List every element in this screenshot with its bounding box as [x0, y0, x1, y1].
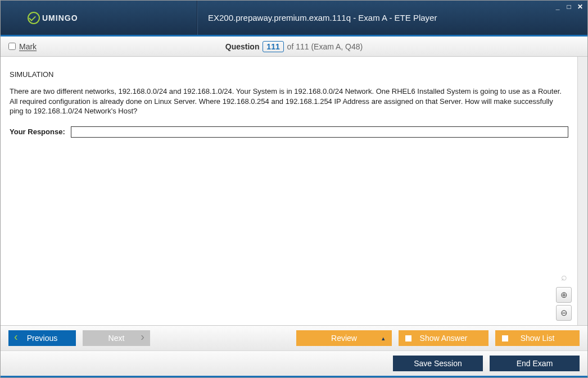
logo-checkmark-icon [28, 12, 40, 24]
save-session-button[interactable]: Save Session [393, 356, 483, 371]
window-controls: _ □ ✕ [554, 3, 584, 11]
response-input[interactable] [71, 126, 568, 138]
footer-accent-bar [1, 376, 587, 377]
response-label: Your Response: [10, 127, 65, 136]
maximize-icon[interactable]: □ [565, 3, 573, 11]
previous-button[interactable]: Previous [8, 330, 76, 346]
content-area: SIMULATION There are two different netwo… [1, 57, 587, 325]
show-list-button[interactable]: Show List [495, 330, 580, 346]
mark-checkbox[interactable] [8, 43, 16, 50]
next-button[interactable]: Next [83, 330, 150, 346]
zoom-controls: ⌕ ⊕ ⊖ [556, 269, 572, 321]
mark-checkbox-label[interactable]: Mark [8, 42, 37, 51]
question-header-bar: Mark Question 111 of 111 (Exam A, Q48) [1, 37, 587, 57]
response-row: Your Response: [10, 126, 568, 138]
zoom-reset-icon[interactable]: ⌕ [556, 269, 572, 285]
mark-text: Mark [19, 42, 37, 51]
show-answer-button[interactable]: Show Answer [399, 330, 489, 346]
question-panel: SIMULATION There are two different netwo… [1, 57, 577, 325]
review-button[interactable]: Review [296, 330, 392, 346]
footer: Previous Next Review Show Answer Show Li… [1, 325, 587, 377]
end-exam-button[interactable]: End Exam [490, 356, 580, 371]
minimize-icon[interactable]: _ [554, 3, 562, 11]
window-title: EX200.prepaway.premium.exam.111q - Exam … [197, 1, 587, 35]
title-bar: UMINGO EX200.prepaway.premium.exam.111q … [1, 1, 587, 37]
simulation-label: SIMULATION [10, 70, 568, 79]
close-icon[interactable]: ✕ [576, 3, 584, 11]
logo-area: UMINGO [1, 1, 197, 35]
logo-text: UMINGO [42, 13, 78, 22]
session-button-row: Save Session End Exam [1, 350, 587, 376]
question-text: There are two different networks, 192.16… [10, 86, 568, 116]
zoom-out-icon[interactable]: ⊖ [556, 305, 572, 321]
zoom-in-icon[interactable]: ⊕ [556, 287, 572, 303]
question-indicator: Question 111 of 111 (Exam A, Q48) [1, 42, 587, 51]
question-number-box: 111 [263, 41, 283, 52]
nav-button-row: Previous Next Review Show Answer Show Li… [1, 326, 587, 350]
scrollbar-track[interactable] [577, 57, 587, 325]
